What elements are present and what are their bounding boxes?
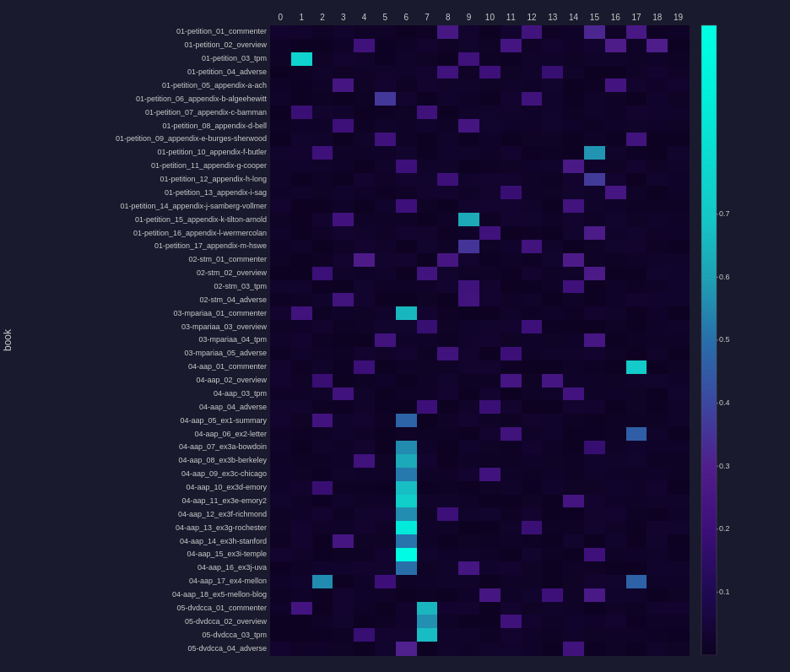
- heatmap-container: [0, 0, 790, 672]
- heatmap-canvas: [0, 0, 790, 672]
